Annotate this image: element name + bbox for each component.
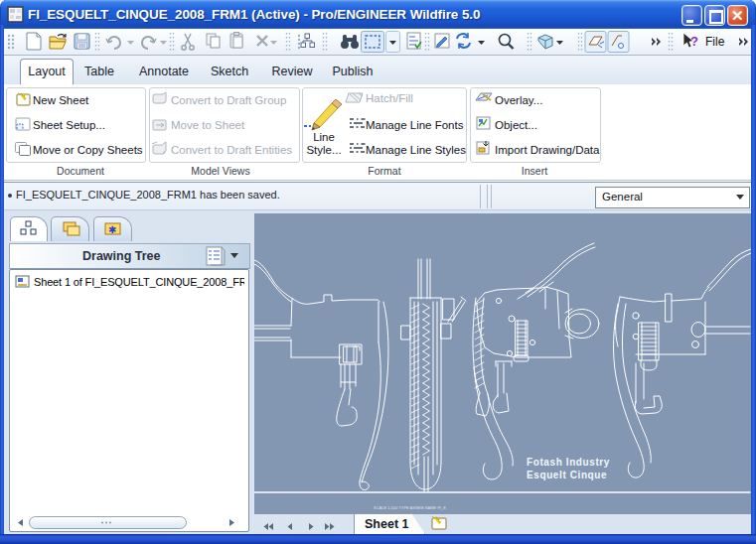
svg-text:?: ? bbox=[690, 34, 698, 49]
svg-text:File: File bbox=[705, 35, 725, 49]
svg-text:Fotash Industry: Fotash Industry bbox=[527, 457, 610, 468]
svg-text:SCALE 1.500 TYPE ASSEM NAME: SCALE 1.500 TYPE ASSEM NAME FI_E bbox=[374, 505, 446, 510]
svg-text:✱: ✱ bbox=[108, 224, 116, 235]
svg-text:Esquelt Cinque: Esquelt Cinque bbox=[527, 470, 607, 480]
